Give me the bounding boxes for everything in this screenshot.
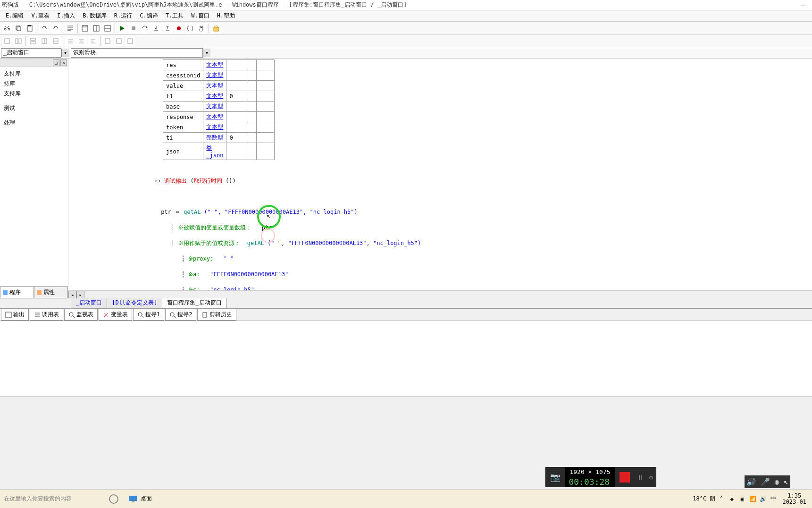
minimize-button[interactable]: — xyxy=(796,1,810,9)
scroll-right-icon[interactable]: ▸ xyxy=(76,291,84,298)
menu-edit[interactable]: E.编辑 xyxy=(2,11,27,21)
redo-icon[interactable] xyxy=(39,23,50,34)
volume-icon[interactable]: 🔊 xyxy=(759,495,767,503)
tab-cliphistory[interactable]: 剪辑历史 xyxy=(197,309,236,321)
speaker-icon[interactable]: 🔊 xyxy=(746,477,756,486)
tray-chevron-icon[interactable]: ˄ xyxy=(717,495,726,503)
webcam-icon[interactable]: ◉ xyxy=(775,477,779,486)
step-into-icon[interactable] xyxy=(151,23,161,34)
tray-app-icon[interactable]: ▣ xyxy=(738,495,746,503)
combo-right[interactable]: 识别滑块 xyxy=(71,48,203,58)
combo-right-arrow[interactable]: ▾ xyxy=(203,49,210,57)
tree-item[interactable]: 测试 xyxy=(2,103,66,113)
tb2-btn-10[interactable] xyxy=(114,36,124,46)
cut-icon[interactable] xyxy=(2,23,12,34)
tree-item[interactable]: 支持库 xyxy=(2,69,66,79)
editor-tab-startup[interactable]: _启动窗口 xyxy=(71,297,107,308)
cursor-arrow-icon[interactable]: ↖ xyxy=(784,477,788,486)
menu-view[interactable]: V.查看 xyxy=(27,11,53,21)
var-name[interactable]: token xyxy=(163,122,203,133)
undo-icon[interactable] xyxy=(50,23,61,34)
menu-insert[interactable]: I.插入 xyxy=(53,11,79,21)
build-icon[interactable] xyxy=(211,23,221,34)
tree-item[interactable]: 处理 xyxy=(2,118,66,128)
var-type[interactable]: 整数型 xyxy=(203,133,226,143)
tab-calltable[interactable]: 调用表 xyxy=(30,309,63,321)
wifi-icon[interactable]: 📶 xyxy=(748,495,757,503)
menu-compile[interactable]: C.编译 xyxy=(136,11,161,21)
menu-window[interactable]: W.窗口 xyxy=(187,11,213,21)
step-out-icon[interactable] xyxy=(162,23,173,34)
var-type[interactable]: 文本型 xyxy=(203,81,226,91)
var-type[interactable]: 文本型 xyxy=(203,70,226,81)
tb2-btn-4[interactable] xyxy=(39,36,50,46)
menu-database[interactable]: B.数据库 xyxy=(79,11,110,21)
var-name[interactable]: base xyxy=(163,102,203,112)
tray-app-icon[interactable]: ◆ xyxy=(728,495,736,503)
var-name[interactable]: response xyxy=(163,112,203,122)
menu-run[interactable]: R.运行 xyxy=(110,11,136,21)
tab-search1[interactable]: 搜寻1 xyxy=(133,309,164,321)
tree-item[interactable]: 持库 xyxy=(2,79,66,89)
code-editor[interactable]: res文本型 csessionid文本型 value文本型 t1文本型0 bas… xyxy=(68,59,812,298)
tab-output[interactable]: 输出 xyxy=(1,309,29,321)
breakpoint-icon[interactable] xyxy=(174,23,184,34)
combo-left-arrow[interactable]: ▾ xyxy=(61,49,69,57)
sidebar-tab-property[interactable]: 属性 xyxy=(34,287,68,298)
var-type[interactable]: 文本型 xyxy=(203,91,226,102)
var-name[interactable]: json xyxy=(163,143,203,160)
tb2-btn-8[interactable] xyxy=(88,36,98,46)
split-v-icon[interactable] xyxy=(102,23,113,34)
tab-search2[interactable]: 搜寻2 xyxy=(165,309,196,321)
var-name[interactable]: ti xyxy=(163,133,203,143)
menu-tools[interactable]: T.工具 xyxy=(162,11,187,21)
sidebar-pin-icon[interactable]: □ xyxy=(53,59,59,66)
var-type[interactable]: 文本型 xyxy=(203,112,226,122)
var-c3[interactable] xyxy=(226,60,246,70)
tab-vartable[interactable]: 变量表 xyxy=(99,309,132,321)
record-settings-icon[interactable]: ⚙ xyxy=(646,474,656,481)
tb2-btn-5[interactable] xyxy=(50,36,61,46)
paste-icon[interactable] xyxy=(25,23,35,34)
tb2-btn-2[interactable] xyxy=(13,36,24,46)
copy-icon[interactable] xyxy=(13,23,24,34)
taskbar-search[interactable]: 在这里输入你要搜索的内容 xyxy=(0,492,104,506)
tree-item[interactable]: 支持库 xyxy=(2,89,66,99)
window-icon[interactable] xyxy=(80,23,90,34)
ime-indicator[interactable]: 中 xyxy=(769,495,778,503)
tb2-btn-3[interactable] xyxy=(28,36,38,46)
taskbar-desktop[interactable]: 桌面 xyxy=(124,491,157,507)
var-name[interactable]: res xyxy=(163,60,203,70)
tab-watch[interactable]: 监视表 xyxy=(64,309,98,321)
var-name[interactable]: t1 xyxy=(163,91,203,102)
var-name[interactable]: csessionid xyxy=(163,70,203,81)
tb2-btn-11[interactable] xyxy=(125,36,135,46)
editor-tab-programset[interactable]: 窗口程序集_启动窗口 xyxy=(162,297,226,308)
indent-icon[interactable] xyxy=(65,23,75,34)
sidebar-tab-program[interactable]: 程序 xyxy=(0,287,34,298)
weather-widget[interactable]: 18°C 阴 xyxy=(693,495,715,503)
tb2-btn-1[interactable] xyxy=(2,36,12,46)
record-camera-icon[interactable]: 📷 xyxy=(546,467,565,486)
mic-icon[interactable]: 🎤 xyxy=(761,477,770,486)
split-h-icon[interactable] xyxy=(91,23,101,34)
tb2-btn-7[interactable] xyxy=(76,36,87,46)
menu-help[interactable]: H.帮助 xyxy=(213,11,239,21)
var-name[interactable]: value xyxy=(163,81,203,91)
tb2-btn-6[interactable] xyxy=(65,36,75,46)
tb2-btn-9[interactable] xyxy=(102,36,113,46)
var-type[interactable]: 文本型 xyxy=(203,60,226,70)
editor-tab-dll[interactable]: [Dll命令定义表] xyxy=(107,297,162,308)
var-type[interactable]: 文本型 xyxy=(203,122,226,133)
sidebar-close-icon[interactable]: × xyxy=(60,59,67,66)
code-body[interactable]: ›› 调试输出 (取现行时间 ()) ptr ＝ getAL (" ", "FF… xyxy=(68,160,812,298)
record-stop-button[interactable] xyxy=(615,468,634,487)
stop-icon[interactable] xyxy=(128,23,139,34)
combo-left[interactable]: _启动窗口 xyxy=(1,48,61,58)
record-pause-icon[interactable]: ⏸ xyxy=(634,474,646,481)
hand-icon[interactable] xyxy=(196,23,207,34)
output-panel[interactable] xyxy=(0,321,812,397)
taskbar-circle-icon[interactable] xyxy=(104,491,124,507)
var-type[interactable]: 文本型 xyxy=(203,102,226,112)
scroll-left-icon[interactable]: ◂ xyxy=(68,291,76,298)
